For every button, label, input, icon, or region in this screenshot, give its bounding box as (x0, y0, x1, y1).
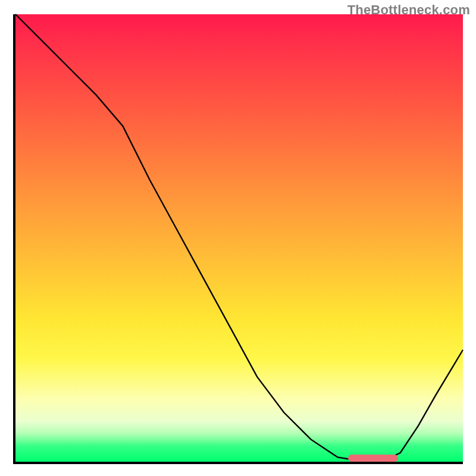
attribution-label: TheBottleneck.com (347, 2, 470, 18)
chart-container: TheBottleneck.com (0, 0, 476, 476)
optimum-range-marker (348, 455, 397, 462)
curve-path (15, 14, 463, 462)
plot-area (13, 14, 463, 464)
bottleneck-curve (15, 14, 463, 462)
